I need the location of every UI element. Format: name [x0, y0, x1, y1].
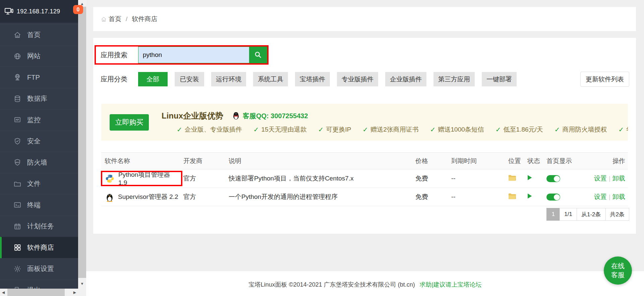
search-input[interactable]: [138, 47, 249, 63]
page-of-indicator: 1/1: [560, 208, 577, 221]
sidebar-item-website[interactable]: 网站: [0, 46, 78, 67]
home-show-toggle[interactable]: [546, 194, 560, 201]
enterprise-banner: 立即购买 Linux企业版优势 客服QQ: 3007255432 ✓企业版、专业…: [101, 104, 628, 141]
waf-shield-icon: WAF: [13, 158, 21, 166]
vertical-scrollbar[interactable]: ▲ ▼: [78, 0, 86, 289]
sidebar-item-database[interactable]: 数据库: [0, 88, 78, 109]
table-row-python-manager: Python项目管理器 1.9 官方 快速部署Python项目，当前仅支持Cen…: [101, 169, 628, 188]
tab-third-party[interactable]: 第三方应用: [433, 72, 475, 86]
sidebar-item-home[interactable]: 首页: [0, 24, 78, 46]
forum-link[interactable]: 求助|建议请上宝塔论坛: [420, 281, 482, 288]
table-header-row: 软件名称 开发商 说明 价格 到期时间 位置 状态 首页显示 操作: [101, 153, 628, 169]
breadcrumb-separator: /: [126, 15, 127, 23]
tab-one-click[interactable]: 一键部署: [482, 72, 517, 86]
app-expire: --: [448, 169, 505, 188]
breadcrumb-home-link[interactable]: 首页: [101, 15, 121, 23]
sidebar-item-files[interactable]: 文件: [0, 173, 78, 195]
tab-pro-plugins[interactable]: 专业版插件: [337, 72, 378, 86]
python-icon: [105, 174, 114, 183]
qq-penguin-icon: [232, 112, 243, 120]
server-ip: 192.168.17.129: [17, 8, 60, 15]
status-running-play-icon[interactable]: [527, 175, 532, 180]
search-row: 应用搜索: [95, 45, 269, 65]
search-icon: [254, 51, 262, 59]
total-count-indicator: 共2条: [605, 208, 629, 221]
horizontal-scrollbar[interactable]: ◀ ▶: [0, 289, 78, 296]
sidebar-item-cron[interactable]: 计划任务: [0, 216, 78, 237]
sidebar-menu: 首页 网站 FTP 数据库 监控 安全 WAF: [0, 24, 78, 289]
vertical-scrollbar-thumb[interactable]: [78, 7, 86, 278]
banner-features: ✓企业版、专业版插件 ✓15天无理由退款 ✓可更换IP ✓赠送2张商用证书 ✓赠…: [177, 125, 628, 134]
pagination: 1 1/1 从1-2条 共2条: [547, 208, 629, 221]
qq-support-link[interactable]: 客服QQ: 3007255432: [232, 112, 308, 121]
server-monitor-icon: [4, 7, 14, 16]
horizontal-scrollbar-thumb[interactable]: [7, 289, 65, 296]
ftp-icon: [13, 73, 21, 81]
check-icon: ✓: [554, 126, 560, 134]
monitor-chart-icon: [13, 116, 21, 124]
update-software-list-button[interactable]: 更新软件列表: [580, 72, 629, 87]
bt-panel-screen: 192.168.17.129 首页 网站 FTP 数据库 监控: [0, 0, 644, 296]
tux-linux-icon: [105, 192, 114, 202]
search-label: 应用搜索: [96, 47, 138, 63]
status-running-play-icon[interactable]: [527, 193, 532, 199]
check-icon: ✓: [253, 126, 259, 134]
settings-link[interactable]: 设置: [594, 193, 607, 200]
calendar-icon: [13, 222, 21, 230]
grid-icon: [13, 243, 21, 251]
app-developer: 官方: [180, 188, 225, 206]
banner-title: Linux企业版优势: [162, 110, 223, 121]
app-name: Python项目管理器 1.9: [118, 170, 180, 187]
sidebar-item-firewall[interactable]: WAF 防火墙: [0, 152, 78, 173]
notification-badge[interactable]: 0: [73, 5, 83, 14]
tab-installed[interactable]: 已安装: [175, 72, 204, 86]
database-icon: [13, 95, 21, 103]
uninstall-link[interactable]: 卸载: [612, 193, 625, 200]
sidebar-item-monitor[interactable]: 监控: [0, 109, 78, 131]
terminal-icon: [13, 201, 21, 209]
breadcrumb-home-icon: [101, 16, 109, 22]
app-description: 快速部署Python项目，当前仅支持Centos7.x: [225, 169, 412, 188]
category-tabs: 全部 已安装 运行环境 系统工具 宝塔插件 专业版插件 企业版插件 第三方应用 …: [138, 72, 517, 86]
sidebar-item-security[interactable]: 安全: [0, 131, 78, 152]
settings-link[interactable]: 设置: [594, 175, 607, 182]
online-support-button[interactable]: 在线 客服: [604, 256, 632, 285]
main-area: 首页 / 软件商店 应用搜索 应用分类: [86, 0, 644, 296]
scroll-down-arrow-icon[interactable]: ▼: [78, 281, 86, 287]
sidebar-item-appstore[interactable]: 软件商店: [0, 237, 78, 258]
open-location-folder-icon[interactable]: [508, 174, 516, 181]
check-icon: ✓: [177, 126, 182, 134]
sidebar-item-terminal[interactable]: 终端: [0, 194, 78, 216]
gear-icon: [13, 265, 21, 273]
page-number-button[interactable]: 1: [546, 208, 560, 221]
app-price: 免费: [412, 169, 448, 188]
app-description: 一个Python开发的通用的进程管理程序: [225, 188, 412, 206]
logout-icon: [13, 286, 21, 289]
tab-enterprise-plugins[interactable]: 企业版插件: [385, 72, 426, 86]
footer: 宝塔Linux面板 ©2014-2021 广东堡塔安全技术有限公司 (bt.cn…: [86, 281, 644, 289]
check-icon: ✓: [619, 126, 624, 134]
uninstall-link[interactable]: 卸载: [612, 175, 625, 182]
breadcrumb-current: 软件商店: [132, 15, 157, 23]
app-developer: 官方: [180, 169, 225, 188]
table-row-supervisor-manager: Supervisor管理器 2.2 官方 一个Python开发的通用的进程管理程…: [101, 188, 628, 206]
shield-check-icon: [13, 137, 21, 145]
folder-icon: [13, 180, 21, 188]
sidebar-item-ftp[interactable]: FTP: [0, 67, 78, 88]
tab-system-tools[interactable]: 系统工具: [253, 72, 288, 86]
check-icon: ✓: [495, 126, 501, 134]
home-show-toggle[interactable]: [546, 175, 560, 182]
sidebar-item-settings[interactable]: 面板设置: [0, 258, 78, 280]
scrollbar-corner: [78, 289, 86, 296]
search-button[interactable]: [249, 47, 267, 63]
tab-runtime[interactable]: 运行环境: [211, 72, 246, 86]
scroll-left-arrow-icon[interactable]: ◀: [0, 289, 7, 296]
open-location-folder-icon[interactable]: [508, 193, 516, 200]
tab-all[interactable]: 全部: [138, 72, 168, 86]
tab-bt-plugins[interactable]: 宝塔插件: [295, 72, 330, 86]
check-icon: ✓: [430, 126, 436, 134]
scroll-right-arrow-icon[interactable]: ▶: [71, 289, 78, 296]
sidebar-item-logout[interactable]: 退出: [0, 279, 78, 289]
buy-now-button[interactable]: 立即购买: [110, 114, 149, 131]
app-expire: --: [448, 188, 505, 206]
